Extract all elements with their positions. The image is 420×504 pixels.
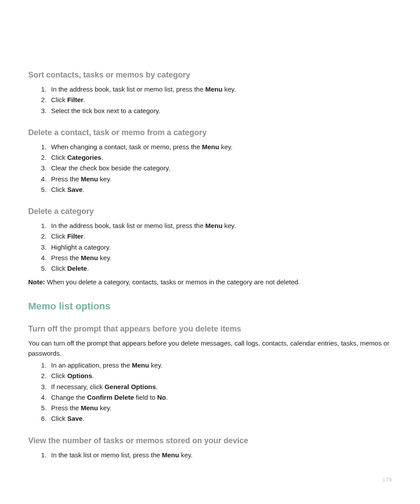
step-item: In the task list or memo list, press the… [48,450,392,460]
heading-sort-by-category: Sort contacts, tasks or memos by categor… [28,70,392,80]
bold-text: General Options [104,383,156,390]
bold-text: Categories [67,154,102,161]
step-item: Select the tick box next to a category. [48,106,392,116]
bold-text: Menu [132,361,149,369]
bold-text: Menu [205,85,222,93]
bold-text: Save [67,186,83,193]
bold-text: Options [67,372,92,379]
step-item: Highlight a category. [48,242,392,252]
heading-delete-category: Delete a category [28,207,392,216]
step-item: When changing a contact, task or memo, p… [48,142,392,152]
steps-delete-from-category: When changing a contact, task or memo, p… [28,142,392,195]
step-item: Press the Menu key. [48,174,392,184]
bold-text: Menu [205,222,222,229]
step-item: Click Options. [48,371,392,381]
step-item: Click Filter. [48,231,392,241]
step-item: Click Save. [48,184,392,195]
steps-sort-by-category: In the address book, task list or memo l… [28,84,392,116]
page-container: Sort contacts, tasks or memos by categor… [0,0,420,504]
bold-text: Filter [67,96,84,103]
heading-turn-off-prompt: Turn off the prompt that appears before … [28,324,392,334]
step-item: Click Categories. [48,152,392,162]
step-item: In the address book, task list or memo l… [48,84,392,94]
steps-delete-category: In the address book, task list or memo l… [28,221,392,273]
step-item: Click Save. [48,413,392,423]
step-item: Change the Confirm Delete field to No. [48,392,392,402]
step-item: Press the Menu key. [48,403,392,413]
heading-view-count: View the number of tasks or memos stored… [28,436,392,445]
bold-text: No [157,394,166,401]
step-item: Press the Menu key. [48,253,392,263]
bold-text: Menu [162,451,179,459]
step-item: Click Filter. [48,95,392,105]
step-item: Click Delete. [48,263,392,273]
step-item: Clear the check box beside the category. [48,163,392,173]
bold-text: Note: [28,278,45,286]
bold-text: Save [67,415,83,422]
steps-turn-off-prompt: In an application, press the Menu key.Cl… [28,360,392,424]
heading-memo-list-options: Memo list options [28,301,392,312]
bold-text: Menu [81,254,98,261]
step-item: If necessary, click General Options. [48,382,392,392]
bold-text: Menu [202,143,219,151]
note-delete-category: Note: When you delete a category, contac… [28,277,392,287]
bold-text: Delete [67,265,87,272]
bold-text: Menu [81,404,98,412]
steps-view-count: In the task list or memo list, press the… [28,450,392,460]
bold-text: Menu [81,175,98,183]
bold-text: Filter [67,232,84,240]
step-item: In the address book, task list or memo l… [48,221,392,231]
bold-text: Confirm Delete [87,394,134,401]
heading-delete-from-category: Delete a contact, task or memo from a ca… [28,128,392,137]
page-number: 179 [382,476,392,483]
intro-turn-off-prompt: You can turn off the prompt that appears… [28,338,392,359]
step-item: In an application, press the Menu key. [48,360,392,370]
